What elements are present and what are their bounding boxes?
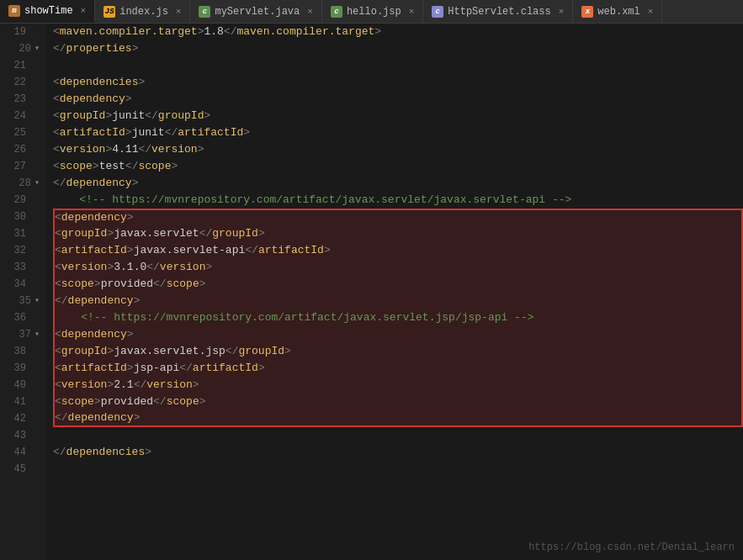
code-line-25: <artifactId>junit</artifactId> xyxy=(53,124,743,141)
watermark: https://blog.csdn.net/Denial_learn xyxy=(528,542,735,553)
code-line-35: </dependency> xyxy=(53,293,743,309)
code-line-31: <groupId>javax.servlet</groupId> xyxy=(53,225,743,242)
fold-icon-35[interactable]: ▾ xyxy=(34,293,40,309)
line-number-29: 29 xyxy=(14,192,26,209)
gutter-line-42: 42 xyxy=(0,410,40,427)
line-number-41: 41 xyxy=(14,394,26,410)
line-number-25: 25 xyxy=(14,124,26,141)
gutter-line-39: 39 xyxy=(0,360,40,377)
code-line-39: <artifactId>jsp-api</artifactId> xyxy=(53,360,743,377)
gutter-line-37: 37▾ xyxy=(0,326,40,343)
code-line-21 xyxy=(53,57,743,74)
gutter-line-36: 36 xyxy=(0,309,40,326)
tab-close-showTime[interactable]: × xyxy=(81,6,87,16)
tab-web.xml[interactable]: x web.xml × xyxy=(573,0,662,23)
code-line-45 xyxy=(53,461,743,478)
code-line-29: <!-- https://mvnrepository.com/artifact/… xyxy=(53,192,743,209)
fold-icon-37[interactable]: ▾ xyxy=(34,326,40,343)
code-line-37: <dependency> xyxy=(53,326,743,343)
tab-HttpServlet.class[interactable]: c HttpServlet.class × xyxy=(423,0,573,23)
tab-icon-showTime: m xyxy=(8,5,20,17)
code-line-32: <artifactId>javax.servlet-api</artifactI… xyxy=(53,242,743,259)
line-number-22: 22 xyxy=(14,74,26,91)
gutter-line-29: 29 xyxy=(0,192,40,209)
gutter-line-31: 31 xyxy=(0,225,40,242)
line-number-33: 33 xyxy=(14,259,26,276)
line-number-23: 23 xyxy=(14,91,26,108)
code-line-26: <version>4.11</version> xyxy=(53,141,743,158)
line-number-27: 27 xyxy=(14,158,26,175)
fold-icon-20[interactable]: ▾ xyxy=(34,40,40,57)
code-line-38: <groupId>javax.servlet.jsp</groupId> xyxy=(53,343,743,360)
gutter-line-19: 19 xyxy=(0,24,40,40)
gutter-line-38: 38 xyxy=(0,343,40,360)
tab-bar: m showTime × JS index.js × c myServlet.j… xyxy=(0,0,743,24)
tab-close-hello.jsp[interactable]: × xyxy=(409,7,415,17)
code-line-33: <version>3.1.0</version> xyxy=(53,259,743,276)
code-line-40: <version>2.1</version> xyxy=(53,377,743,394)
line-number-31: 31 xyxy=(14,225,26,242)
line-number-36: 36 xyxy=(14,309,26,326)
code-area[interactable]: <maven.compiler.target>1.8</maven.compil… xyxy=(46,24,743,560)
line-number-43: 43 xyxy=(14,427,26,444)
gutter-line-30: 30 xyxy=(0,209,40,225)
tab-icon-web.xml: x xyxy=(581,6,593,18)
line-number-gutter: 1920▾2122232425262728▾29303132333435▾363… xyxy=(0,24,46,560)
line-number-28: 28 xyxy=(19,175,31,192)
gutter-line-23: 23 xyxy=(0,91,40,108)
code-line-36: <!-- https://mvnrepository.com/artifact/… xyxy=(53,309,743,326)
code-line-34: <scope>provided</scope> xyxy=(53,276,743,293)
line-number-44: 44 xyxy=(14,444,26,461)
tab-close-myServlet.java[interactable]: × xyxy=(307,7,313,17)
line-number-35: 35 xyxy=(19,293,31,309)
tab-close-index.js[interactable]: × xyxy=(176,7,182,17)
gutter-line-35: 35▾ xyxy=(0,293,40,309)
gutter-line-24: 24 xyxy=(0,108,40,124)
tab-index.js[interactable]: JS index.js × xyxy=(95,0,190,23)
gutter-line-32: 32 xyxy=(0,242,40,259)
line-number-38: 38 xyxy=(14,343,26,360)
fold-icon-28[interactable]: ▾ xyxy=(34,175,40,192)
line-number-40: 40 xyxy=(14,377,26,394)
gutter-line-34: 34 xyxy=(0,276,40,293)
gutter-line-21: 21 xyxy=(0,57,40,74)
tab-label-HttpServlet.class: HttpServlet.class xyxy=(448,6,550,18)
line-number-37: 37 xyxy=(19,326,31,343)
code-line-30: <dependency> xyxy=(53,209,743,225)
line-number-24: 24 xyxy=(14,108,26,124)
line-number-39: 39 xyxy=(14,360,26,377)
tab-close-HttpServlet.class[interactable]: × xyxy=(559,7,565,17)
code-line-23: <dependency> xyxy=(53,91,743,108)
gutter-line-27: 27 xyxy=(0,158,40,175)
tab-icon-index.js: JS xyxy=(103,6,115,18)
gutter-line-25: 25 xyxy=(0,124,40,141)
code-line-20: </properties> xyxy=(53,40,743,57)
tab-label-index.js: index.js xyxy=(119,6,168,18)
tab-myServlet.java[interactable]: c myServlet.java × xyxy=(190,0,321,23)
code-line-43 xyxy=(53,427,743,444)
tab-showTime[interactable]: m showTime × xyxy=(0,0,95,23)
code-line-19: <maven.compiler.target>1.8</maven.compil… xyxy=(53,24,743,40)
tab-icon-hello.jsp: c xyxy=(331,6,342,18)
line-number-32: 32 xyxy=(14,242,26,259)
line-number-45: 45 xyxy=(14,461,26,478)
code-line-44: </dependencies> xyxy=(53,444,743,461)
line-number-26: 26 xyxy=(14,141,26,158)
gutter-line-40: 40 xyxy=(0,377,40,394)
tab-hello.jsp[interactable]: c hello.jsp × xyxy=(322,0,423,23)
tab-label-myServlet.java: myServlet.java xyxy=(215,6,300,18)
tab-close-web.xml[interactable]: × xyxy=(648,7,654,17)
line-number-42: 42 xyxy=(14,410,26,427)
line-number-19: 19 xyxy=(14,24,26,40)
code-line-24: <groupId>junit</groupId> xyxy=(53,108,743,124)
line-number-21: 21 xyxy=(14,57,26,74)
tab-label-web.xml: web.xml xyxy=(597,6,640,18)
gutter-line-22: 22 xyxy=(0,74,40,91)
gutter-line-43: 43 xyxy=(0,427,40,444)
code-line-28: </dependency> xyxy=(53,175,743,192)
tab-icon-HttpServlet.class: c xyxy=(432,6,443,18)
line-number-20: 20 xyxy=(19,40,31,57)
editor: 1920▾2122232425262728▾29303132333435▾363… xyxy=(0,24,743,560)
tab-label-hello.jsp: hello.jsp xyxy=(347,6,401,18)
gutter-line-44: 44 xyxy=(0,444,40,461)
